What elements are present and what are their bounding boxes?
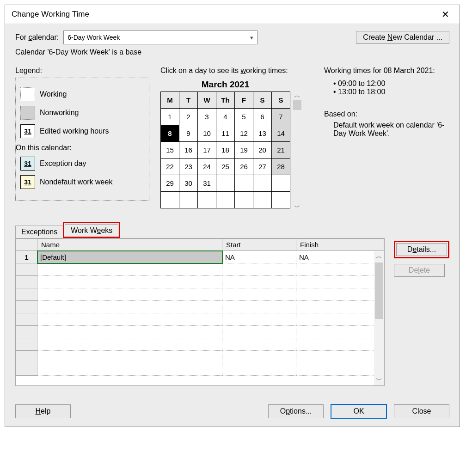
- grid-cell-name[interactable]: [37, 276, 222, 288]
- grid-cell-name[interactable]: [Default]: [37, 251, 222, 263]
- grid-cell-finish[interactable]: [296, 276, 384, 288]
- grid-cell-start[interactable]: [222, 288, 296, 301]
- tab-exceptions[interactable]: Exceptions: [15, 226, 63, 238]
- grid-cell-start[interactable]: [222, 301, 296, 313]
- options-button[interactable]: Options...: [268, 404, 324, 418]
- grid-scroll-down-icon[interactable]: ﹀: [376, 375, 382, 385]
- grid-rownum[interactable]: [16, 288, 37, 301]
- calendar-day-cell[interactable]: 26: [235, 159, 253, 175]
- legend-working-label: Working: [40, 90, 67, 98]
- calendar-day-cell[interactable]: 15: [161, 142, 179, 159]
- scroll-down-icon[interactable]: ﹀: [293, 203, 301, 212]
- grid-cell-start[interactable]: [222, 338, 296, 351]
- grid-cell-start[interactable]: [222, 276, 296, 288]
- grid-scroll-thumb[interactable]: [375, 262, 383, 319]
- calendar-day-cell[interactable]: 11: [216, 125, 235, 142]
- grid-cell-start[interactable]: [222, 326, 296, 338]
- grid-cell-name[interactable]: [37, 363, 222, 376]
- calendar-day-cell[interactable]: 12: [235, 125, 253, 142]
- calendar-day-cell[interactable]: 28: [272, 159, 290, 175]
- calendar-grid[interactable]: MTWThFSS 1234567891011121314151617181920…: [160, 92, 290, 208]
- grid-rownum[interactable]: [16, 276, 37, 288]
- calendar-day-cell[interactable]: 22: [161, 159, 179, 175]
- calendar-day-cell[interactable]: 24: [198, 159, 216, 175]
- details-button[interactable]: Details...: [396, 243, 447, 256]
- grid-cell-name[interactable]: [37, 326, 222, 338]
- grid-rownum[interactable]: [16, 326, 37, 338]
- grid-cell-finish[interactable]: [296, 363, 384, 376]
- grid-scroll-up-icon[interactable]: ︿: [376, 251, 382, 262]
- calendar-day-cell[interactable]: 7: [272, 109, 290, 125]
- create-new-calendar-button[interactable]: Create New Calendar ...: [356, 31, 449, 44]
- calendar-day-cell[interactable]: 4: [216, 109, 235, 125]
- delete-button: Delete: [394, 264, 445, 277]
- grid-rownum[interactable]: [16, 363, 37, 376]
- calendar-day-cell[interactable]: 18: [216, 142, 235, 159]
- scroll-up-icon[interactable]: ︿: [293, 92, 301, 100]
- close-button[interactable]: Close: [394, 404, 449, 418]
- scroll-thumb[interactable]: [293, 100, 301, 110]
- calendar-day-cell[interactable]: 23: [179, 159, 198, 175]
- grid-cell-start[interactable]: [222, 363, 296, 376]
- grid-rownum[interactable]: [16, 263, 37, 276]
- grid-cell-finish[interactable]: [296, 313, 384, 326]
- calendar-day-cell[interactable]: 17: [198, 142, 216, 159]
- calendar-day-header: M: [161, 92, 179, 109]
- calendar-combo[interactable]: 6-Day Work Week ▾: [63, 31, 258, 44]
- calendar-day-cell[interactable]: 6: [253, 109, 272, 125]
- grid-cell-finish[interactable]: NA: [296, 251, 384, 263]
- grid-rownum[interactable]: 1: [16, 251, 37, 263]
- grid-cell-start[interactable]: [222, 313, 296, 326]
- calendar-day-cell[interactable]: 5: [235, 109, 253, 125]
- grid-rownum[interactable]: [16, 351, 37, 363]
- calendar-day-cell[interactable]: 3: [198, 109, 216, 125]
- grid-scrollbar[interactable]: ︿ ﹀: [374, 251, 384, 385]
- swatch-nondefault: 31: [20, 175, 35, 189]
- grid-cell-finish[interactable]: [296, 288, 384, 301]
- legend-nondefault-label: Nondefault work week: [40, 178, 112, 186]
- grid-cell-start[interactable]: NA: [222, 251, 296, 263]
- tab-work-weeks[interactable]: Work Weeks: [65, 224, 118, 237]
- grid-cell-finish[interactable]: [296, 351, 384, 363]
- calendar-day-cell[interactable]: 14: [272, 125, 290, 142]
- calendar-day-cell[interactable]: 13: [253, 125, 272, 142]
- grid-cell-name[interactable]: [37, 351, 222, 363]
- grid-cell-start[interactable]: [222, 263, 296, 276]
- calendar-day-cell[interactable]: 21: [272, 142, 290, 159]
- grid-cell-finish[interactable]: [296, 338, 384, 351]
- grid-rownum[interactable]: [16, 313, 37, 326]
- work-weeks-grid[interactable]: Name Start Finish 1[Default]NANA: [16, 238, 384, 376]
- grid-rownum[interactable]: [16, 338, 37, 351]
- grid-cell-name[interactable]: [37, 288, 222, 301]
- calendar-day-cell[interactable]: 16: [179, 142, 198, 159]
- grid-cell-finish[interactable]: [296, 263, 384, 276]
- calendar-day-cell[interactable]: 25: [216, 159, 235, 175]
- grid-cell-name[interactable]: [37, 301, 222, 313]
- ok-button[interactable]: OK: [331, 404, 386, 418]
- grid-cell-start[interactable]: [222, 351, 296, 363]
- calendar-day-cell[interactable]: 10: [198, 125, 216, 142]
- calendar-scrollbar[interactable]: ︿ ﹀: [293, 92, 301, 212]
- calendar-day-cell[interactable]: 20: [253, 142, 272, 159]
- calendar-day-cell[interactable]: 27: [253, 159, 272, 175]
- grid-cell-name[interactable]: [37, 263, 222, 276]
- calendar-base-note: Calendar '6-Day Work Week' is a base: [15, 48, 449, 56]
- calendar-day-cell[interactable]: 29: [161, 175, 179, 192]
- calendar-day-cell[interactable]: 9: [179, 125, 198, 142]
- change-working-time-dialog: Change Working Time ✕ For calendar: 6-Da…: [5, 5, 460, 427]
- calendar-day-cell[interactable]: 31: [198, 175, 216, 192]
- grid-cell-finish[interactable]: [296, 301, 384, 313]
- grid-cell-finish[interactable]: [296, 326, 384, 338]
- grid-cell-name[interactable]: [37, 338, 222, 351]
- grid-rownum[interactable]: [16, 301, 37, 313]
- grid-cell-name[interactable]: [37, 313, 222, 326]
- close-icon[interactable]: ✕: [438, 9, 453, 20]
- calendar-day-cell[interactable]: 1: [161, 109, 179, 125]
- grid-header-name: Name: [37, 239, 222, 251]
- calendar-day-cell[interactable]: 30: [179, 175, 198, 192]
- tabs-header: Exceptions Work Weeks: [15, 222, 449, 238]
- calendar-day-cell[interactable]: 19: [235, 142, 253, 159]
- help-button[interactable]: Help: [15, 404, 71, 418]
- calendar-day-cell[interactable]: 2: [179, 109, 198, 125]
- calendar-day-cell[interactable]: 8: [161, 125, 179, 142]
